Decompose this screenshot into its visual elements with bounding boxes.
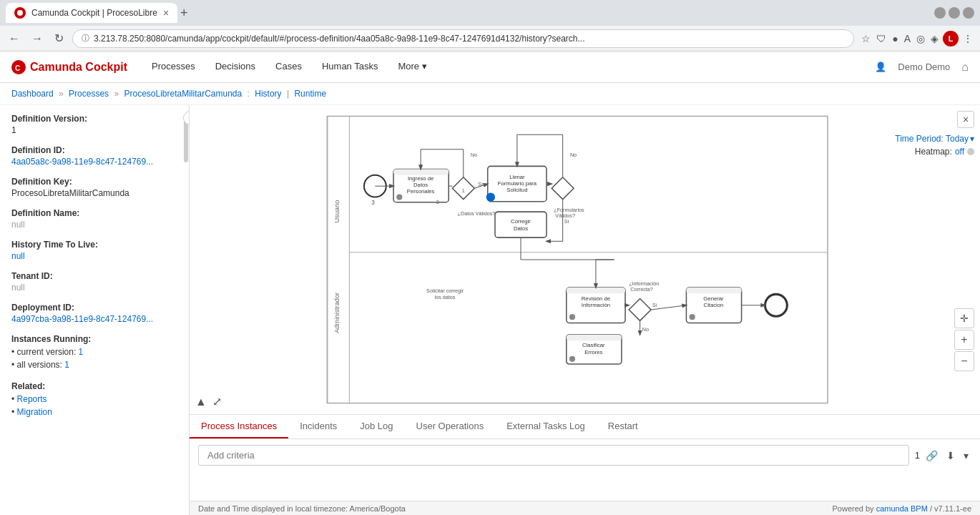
address-bar[interactable]: ⓘ 3.213.78.250:8080/camunda/app/cockpit/… [72,29,854,48]
svg-point-56 [569,314,575,320]
camunda-link[interactable]: camunda BPM [876,504,928,513]
instances-running-label: Instances Running: [11,334,177,344]
collapse-up-button[interactable]: ▲ [195,395,207,408]
extension1-btn[interactable]: 🛡 [875,31,888,46]
forward-button[interactable]: → [29,31,46,46]
tab-user-operations[interactable]: User Operations [405,415,496,438]
breadcrumb-sep1: » [59,89,66,99]
history-ttl-label: History Time To Live: [11,240,177,250]
zoom-in-button[interactable]: + [954,330,974,350]
search-criteria-input[interactable] [198,445,909,466]
search-count: 1 [915,450,920,461]
nav-processes[interactable]: Processes [142,52,205,83]
time-period-selector[interactable]: Time Period: Today ▾ [895,134,974,144]
new-tab-button[interactable]: + [180,6,188,21]
time-period-chevron-icon: ▾ [970,134,974,144]
heatmap-toggle[interactable]: Heatmap: off [915,147,974,157]
deployment-id-value[interactable]: 4a997cba-9a98-11e9-8c47-124769... [11,314,177,324]
panel-content: Definition Version: 1 Definition ID: 4aa… [0,105,189,437]
breadcrumb-history[interactable]: History [255,89,281,99]
browser-tab[interactable]: Camunda Cockpit | ProcesoLibre × [6,3,177,23]
breadcrumb-sep2: » [114,89,121,99]
url-text: 3.213.78.250:8080/camunda/app/cockpit/de… [94,34,845,44]
deployment-id-label: Deployment ID: [11,303,177,313]
maximize-button[interactable] [949,7,960,19]
migration-item: Migration [11,406,177,418]
tab-incidents[interactable]: Incidents [288,415,348,438]
svg-text:C: C [15,64,20,72]
minimize-button[interactable] [934,7,946,19]
svg-text:3: 3 [371,200,375,206]
bookmark-btn[interactable]: ☆ [860,31,872,46]
bottom-panel: Process Instances Incidents Job Log User… [190,415,980,501]
back-button[interactable]: ← [6,31,23,46]
current-version-value[interactable]: 1 [79,347,84,357]
svg-text:Revisión de: Revisión de [582,295,610,302]
tab-close-btn[interactable]: × [163,7,169,19]
definition-name-value: null [11,220,177,230]
left-panel: ‹ Definition Version: 1 Definition ID: 4… [0,105,190,515]
extension2-btn[interactable]: ● [891,31,899,46]
svg-text:3: 3 [436,199,439,205]
svg-point-16 [396,194,402,200]
download-icon-button[interactable]: ⬇ [944,448,958,463]
bottom-content: 1 🔗 ⬇ ▾ [190,439,980,471]
all-versions-label: all versions: [17,360,65,370]
svg-rect-12 [393,169,449,175]
breadcrumb-process-name[interactable]: ProcesoLibretaMilitarCamunda [124,89,242,99]
breadcrumb-runtime[interactable]: Runtime [294,89,326,99]
diagram-resize-controls: ▲ ⤢ [195,395,222,408]
nav-cases[interactable]: Cases [265,52,312,83]
search-options-button[interactable]: ▾ [961,448,971,463]
instances-list: current version: 1 all versions: 1 [11,345,177,371]
zoom-out-button[interactable]: − [954,351,974,371]
security-icon: ⓘ [82,33,89,44]
extension4-btn[interactable]: ◎ [915,31,926,46]
refresh-button[interactable]: ↻ [52,30,67,46]
right-content: × Time Period: Today ▾ Heatmap: off [190,105,980,515]
breadcrumb-processes[interactable]: Processes [69,89,109,99]
brand-name: Camunda Cockpit [30,61,127,74]
reports-link[interactable]: Reports [17,394,47,404]
close-window-button[interactable] [963,7,974,19]
deployment-id-field: Deployment ID: 4a997cba-9a98-11e9-8c47-1… [11,303,177,324]
current-version-label: current version: [17,347,79,357]
camunda-logo: C [11,60,26,74]
migration-link[interactable]: Migration [17,407,52,417]
definition-id-field: Definition ID: 4aa05a8c-9a98-11e9-8c47-1… [11,145,177,167]
history-ttl-value: null [11,251,177,261]
nav-human-tasks[interactable]: Human Tasks [312,52,388,83]
home-icon[interactable]: ⌂ [961,61,969,74]
status-bar: Date and Time displayed in local timezon… [190,501,980,515]
tab-job-log[interactable]: Job Log [348,415,404,438]
svg-point-0 [17,10,23,16]
breadcrumb-dashboard[interactable]: Dashboard [11,89,54,99]
svg-text:1: 1 [462,187,465,194]
extension3-btn[interactable]: A [903,31,912,46]
svg-text:Si: Si [564,218,569,225]
breadcrumb-sep3: : [248,89,253,99]
definition-key-value: ProcesoLibretaMilitarCamunda [11,188,177,198]
nav-more[interactable]: More ▾ [388,52,437,83]
tab-external-tasks-log[interactable]: External Tasks Log [495,415,597,438]
tab-title: Camunda Cockpit | ProcesoLibre [31,8,157,18]
all-versions-value[interactable]: 1 [64,360,69,370]
profile-btn[interactable]: L [943,31,959,46]
definition-id-value[interactable]: 4aa05a8c-9a98-11e9-8c47-124769... [11,157,177,167]
heatmap-dot-icon [967,148,974,155]
definition-key-field: Definition Key: ProcesoLibretaMilitarCam… [11,177,177,198]
nav-decisions[interactable]: Decisions [205,52,265,83]
expand-arrows-button[interactable]: ⤢ [212,395,222,408]
tab-restart[interactable]: Restart [597,415,650,438]
svg-text:Datos: Datos [514,225,528,232]
svg-point-65 [690,314,695,320]
extension5-btn[interactable]: ◈ [929,31,940,46]
instances-running-field: Instances Running: current version: 1 al… [11,334,177,371]
svg-text:Personales: Personales [407,188,435,195]
svg-point-25 [486,192,495,201]
link-icon-button[interactable]: 🔗 [923,448,941,463]
zoom-move-button[interactable]: ✛ [954,308,974,328]
diagram-close-button[interactable]: × [957,111,974,128]
menu-btn[interactable]: ⋮ [961,31,974,46]
tab-process-instances[interactable]: Process Instances [190,415,288,438]
